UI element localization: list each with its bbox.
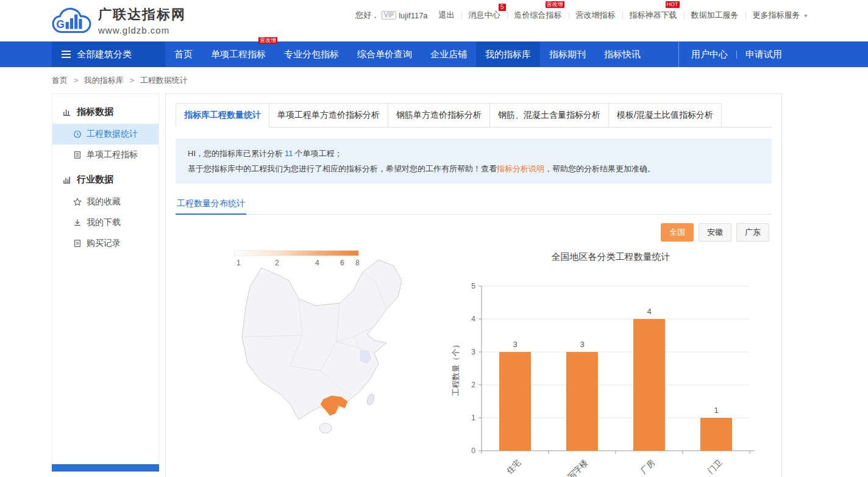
sidebar-item-my-downloads[interactable]: 我的下载 <box>52 212 158 233</box>
cloud-bars-logo-icon: G <box>52 6 92 35</box>
bar-厂房[interactable] <box>633 319 665 451</box>
more-services-dropdown[interactable]: 更多指标服务 ▾ <box>753 10 808 21</box>
bar-办公写字楼[interactable] <box>566 352 598 451</box>
map-legend-gradient <box>234 250 359 256</box>
sidebar-footer-bar <box>52 464 159 472</box>
svg-text:0: 0 <box>471 447 475 455</box>
receipt-list-icon <box>73 239 82 248</box>
nav-item-index-journal[interactable]: 指标期刊 <box>540 41 595 67</box>
nav-item-index-news[interactable]: 指标快讯 <box>595 41 650 67</box>
apply-trial-link[interactable]: 申请试用 <box>745 49 782 60</box>
clock-icon <box>73 130 82 138</box>
region-button-guangdong[interactable]: 广东 <box>736 223 769 242</box>
analysis-tabs: 指标库工程数量统计 单项工程单方造价指标分析 钢筋单方造价指标分析 钢筋、混凝土… <box>176 103 772 127</box>
divider <box>745 12 746 19</box>
site-url: www.gldzb.com <box>98 25 186 35</box>
project-count-bar-chart[interactable]: 0123453住宅3办公写字楼4厂房1门卫工程数量（个） <box>450 263 764 477</box>
analysis-help-link[interactable]: 指标分析说明 <box>497 164 544 173</box>
index-tool-download-link[interactable]: 指标神器下载 HOT <box>630 10 677 21</box>
breadcrumb-home[interactable]: 首页 <box>52 76 68 85</box>
vat-reform-tag: 营改增 <box>546 1 564 8</box>
sidebar: 指标数据 工程数据统计 单项工程指标 行业数据 <box>52 93 159 472</box>
column-chart-icon <box>62 175 71 184</box>
site-title: 广联达指标网 <box>98 5 186 24</box>
message-center-link[interactable]: 消息中心 5 <box>469 10 500 21</box>
hot-tag: HOT <box>666 1 680 8</box>
bar-chart-block: 全国地区各分类工程数量统计 0123453住宅3办公写字楼4厂房1门卫工程数量（… <box>450 245 772 477</box>
svg-text:门卫: 门卫 <box>706 458 724 476</box>
vip-badge: VIP <box>382 11 396 20</box>
notice-line-1: HI，您的指标库已累计分析11个单项工程； <box>188 146 760 161</box>
vat-reform-tag: 营改增 <box>258 37 277 44</box>
divider <box>684 12 685 19</box>
logo-text: 广联达指标网 www.gldzb.com <box>98 5 186 35</box>
username[interactable]: lujif117a <box>399 11 427 20</box>
tab-rebar-concrete-content-analysis[interactable]: 钢筋、混凝土含量指标分析 <box>489 103 609 127</box>
nav-right-group: 用户中心 申请试用 <box>678 41 782 67</box>
province-taiwan[interactable] <box>366 393 375 406</box>
charts-row: 1 2 4 6 8 <box>176 245 772 477</box>
sidebar-item-project-data-stats[interactable]: 工程数据统计 <box>52 124 158 145</box>
bar-住宅[interactable] <box>499 352 531 451</box>
nav-item-enterprise-shop[interactable]: 企业店铺 <box>421 41 476 67</box>
svg-text:3: 3 <box>471 348 475 356</box>
logout-link[interactable]: 退出 <box>439 10 455 21</box>
divider <box>569 12 569 19</box>
svg-text:1: 1 <box>714 406 718 415</box>
region-button-anhui[interactable]: 安徽 <box>699 223 731 242</box>
vat-index-link[interactable]: 营改增指标 <box>576 10 616 21</box>
sidebar-item-purchase-records[interactable]: 购买记录 <box>52 233 158 254</box>
message-count-badge: 5 <box>499 4 506 11</box>
user-center-link[interactable]: 用户中心 <box>691 49 728 60</box>
province-hainan[interactable] <box>319 423 332 433</box>
china-map[interactable] <box>234 245 429 447</box>
svg-text:4: 4 <box>647 307 651 316</box>
all-categories-menu[interactable]: 全部建筑分类 <box>52 41 165 67</box>
bar-门卫[interactable] <box>700 418 732 451</box>
analyzed-project-count: 11 <box>285 149 293 158</box>
region-button-national[interactable]: 全国 <box>661 223 694 242</box>
chart-title: 全国地区各分类工程数量统计 <box>450 251 772 263</box>
svg-text:G: G <box>56 18 65 30</box>
site-logo[interactable]: G 广联达指标网 www.gldzb.com <box>52 5 186 35</box>
breadcrumb-my-library[interactable]: 我的指标库 <box>84 76 124 85</box>
svg-text:4: 4 <box>471 315 475 323</box>
subtab-distribution-stats[interactable]: 工程数量分布统计 <box>176 195 246 215</box>
province-guangdong[interactable] <box>320 395 348 416</box>
hamburger-icon <box>62 51 71 58</box>
breadcrumb-separator: > <box>129 76 134 85</box>
cost-composite-index-link[interactable]: 造价综合指标 营改增 <box>514 10 562 21</box>
star-icon <box>73 198 82 206</box>
bar-chart-icon <box>62 107 71 117</box>
tab-rebar-unit-cost-analysis[interactable]: 钢筋单方造价指标分析 <box>388 103 490 127</box>
nav-item-home[interactable]: 首页 <box>165 41 202 67</box>
tab-formwork-concrete-ratio-analysis[interactable]: 模板/混凝土比值指标分析 <box>608 103 722 127</box>
utility-bar: 您好， VIP lujif117a 退出 消息中心 5 造价综合指标 营改增 营… <box>355 10 807 21</box>
divider <box>507 12 508 19</box>
china-mainland[interactable] <box>242 260 402 420</box>
breadcrumb-current: 工程数据统计 <box>140 76 188 85</box>
sub-tabs: 工程数量分布统计 <box>176 195 772 215</box>
tab-unit-cost-analysis[interactable]: 单项工程单方造价指标分析 <box>269 103 388 127</box>
svg-text:厂房: 厂房 <box>639 458 656 476</box>
divider <box>461 12 462 19</box>
svg-text:3: 3 <box>513 340 517 349</box>
svg-text:办公写字楼: 办公写字楼 <box>555 458 590 477</box>
data-processing-link[interactable]: 数据加工服务 <box>691 10 739 21</box>
breadcrumb-separator: > <box>74 76 79 85</box>
nav-item-subcontract-index[interactable]: 专业分包指标 <box>275 41 348 67</box>
sidebar-item-my-favorites[interactable]: 我的收藏 <box>52 192 158 212</box>
main-nav: 全部建筑分类 首页 单项工程指标 营改增 专业分包指标 综合单价查询 企业店铺 … <box>0 41 868 67</box>
svg-text:1: 1 <box>471 414 475 422</box>
nav-item-my-index-library[interactable]: 我的指标库 <box>476 41 540 67</box>
nav-item-single-project-index[interactable]: 单项工程指标 营改增 <box>202 41 275 67</box>
download-icon <box>73 218 82 227</box>
nav-item-unit-price-query[interactable]: 综合单价查询 <box>348 41 421 67</box>
divider <box>736 51 737 59</box>
notice-box: HI，您的指标库已累计分析11个单项工程； 基于您指标库中的工程我们为您进行了相… <box>176 138 772 184</box>
sidebar-section-index-data: 指标数据 <box>52 98 158 124</box>
sidebar-item-single-project-index[interactable]: 单项工程指标 <box>52 145 158 165</box>
top-header: G 广联达指标网 www.gldzb.com 您好， VIP lujif117a… <box>0 0 868 41</box>
tab-project-count-stats[interactable]: 指标库工程数量统计 <box>176 103 269 127</box>
svg-text:住宅: 住宅 <box>504 458 522 476</box>
